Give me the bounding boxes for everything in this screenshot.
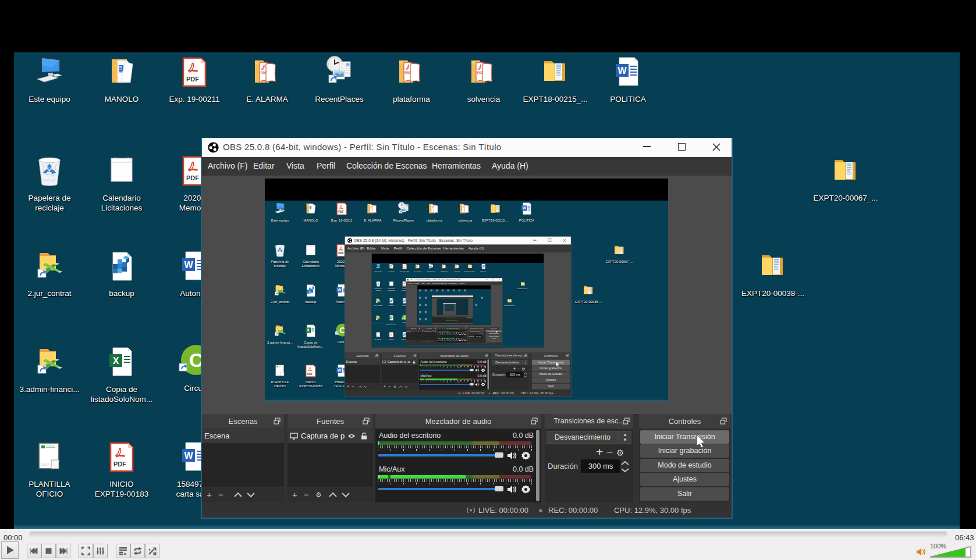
svg-text:PDF: PDF [431, 208, 434, 209]
svg-text:W: W [617, 66, 627, 76]
svg-text:PDF: PDF [477, 71, 484, 74]
svg-text:PDF: PDF [370, 208, 373, 209]
svg-text:PDF: PDF [338, 252, 344, 255]
svg-text:W: W [338, 288, 342, 292]
svg-text:PDF: PDF [462, 208, 465, 209]
svg-text:X: X [113, 356, 119, 366]
svg-text:W: W [184, 260, 193, 270]
svg-text:PDF: PDF [186, 76, 199, 83]
svg-text:W: W [403, 333, 404, 336]
svg-text:X: X [390, 316, 391, 319]
svg-text:W: W [338, 368, 342, 372]
svg-text:W: W [184, 451, 193, 461]
svg-text:PDF: PDF [307, 373, 313, 376]
svg-text:PDF: PDF [186, 174, 199, 181]
svg-text:PDF: PDF [261, 71, 268, 74]
svg-text:PDF: PDF [405, 71, 412, 74]
svg-text:W: W [481, 265, 483, 267]
svg-text:PDF: PDF [338, 211, 344, 213]
svg-text:W: W [403, 299, 404, 302]
svg-text:PDF: PDF [113, 461, 126, 468]
svg-text:X: X [307, 329, 310, 333]
svg-text:W: W [522, 206, 526, 210]
